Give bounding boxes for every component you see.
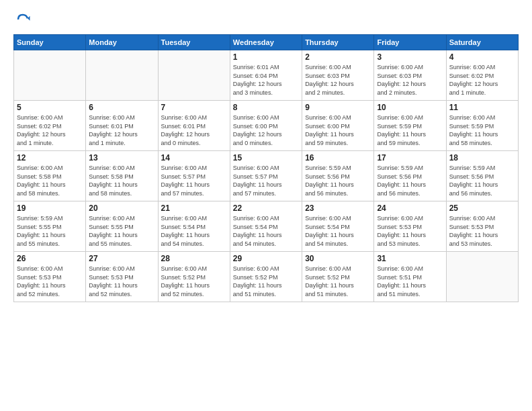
day-number: 23 bbox=[305, 203, 371, 213]
calendar-cell bbox=[86, 50, 158, 101]
calendar-cell: 15Sunrise: 6:00 AM Sunset: 5:57 PM Dayli… bbox=[230, 151, 302, 201]
day-info: Sunrise: 5:59 AM Sunset: 5:56 PM Dayligh… bbox=[449, 164, 515, 197]
day-info: Sunrise: 6:00 AM Sunset: 5:53 PM Dayligh… bbox=[17, 265, 83, 298]
calendar-cell: 7Sunrise: 6:00 AM Sunset: 6:01 PM Daylig… bbox=[158, 101, 230, 151]
day-number: 15 bbox=[233, 153, 299, 163]
calendar-cell: 1Sunrise: 6:01 AM Sunset: 6:04 PM Daylig… bbox=[230, 50, 302, 101]
calendar-cell: 3Sunrise: 6:00 AM Sunset: 6:03 PM Daylig… bbox=[374, 50, 446, 101]
day-number: 3 bbox=[377, 52, 443, 62]
day-number: 1 bbox=[233, 52, 299, 62]
calendar-cell: 21Sunrise: 6:00 AM Sunset: 5:54 PM Dayli… bbox=[158, 201, 230, 252]
day-number: 18 bbox=[449, 153, 515, 163]
day-info: Sunrise: 6:00 AM Sunset: 6:00 PM Dayligh… bbox=[305, 113, 371, 147]
calendar-week-0: 1Sunrise: 6:01 AM Sunset: 6:04 PM Daylig… bbox=[14, 50, 519, 101]
calendar-cell: 2Sunrise: 6:00 AM Sunset: 6:03 PM Daylig… bbox=[302, 50, 374, 101]
day-number: 20 bbox=[89, 203, 154, 213]
page: SundayMondayTuesdayWednesdayThursdayFrid… bbox=[0, 0, 532, 411]
day-number: 8 bbox=[233, 103, 299, 112]
calendar-week-4: 26Sunrise: 6:00 AM Sunset: 5:53 PM Dayli… bbox=[14, 252, 519, 302]
day-info: Sunrise: 6:00 AM Sunset: 6:02 PM Dayligh… bbox=[17, 113, 83, 147]
day-number: 21 bbox=[161, 203, 227, 213]
day-info: Sunrise: 6:00 AM Sunset: 6:03 PM Dayligh… bbox=[377, 63, 443, 97]
calendar-cell: 12Sunrise: 6:00 AM Sunset: 5:58 PM Dayli… bbox=[14, 151, 86, 201]
day-number: 9 bbox=[305, 103, 371, 112]
weekday-header-sunday: Sunday bbox=[14, 35, 86, 50]
calendar-cell: 31Sunrise: 6:00 AM Sunset: 5:51 PM Dayli… bbox=[374, 252, 446, 302]
logo bbox=[13, 10, 35, 29]
day-info: Sunrise: 5:59 AM Sunset: 5:56 PM Dayligh… bbox=[377, 164, 443, 197]
day-info: Sunrise: 6:00 AM Sunset: 5:52 PM Dayligh… bbox=[161, 265, 227, 298]
day-info: Sunrise: 6:00 AM Sunset: 5:53 PM Dayligh… bbox=[89, 265, 154, 298]
calendar-cell: 18Sunrise: 5:59 AM Sunset: 5:56 PM Dayli… bbox=[446, 151, 518, 201]
day-number: 28 bbox=[161, 254, 227, 263]
day-info: Sunrise: 6:00 AM Sunset: 5:59 PM Dayligh… bbox=[449, 113, 515, 147]
calendar-cell: 22Sunrise: 6:00 AM Sunset: 5:54 PM Dayli… bbox=[230, 201, 302, 252]
calendar-cell: 17Sunrise: 5:59 AM Sunset: 5:56 PM Dayli… bbox=[374, 151, 446, 201]
day-info: Sunrise: 6:00 AM Sunset: 5:59 PM Dayligh… bbox=[377, 113, 443, 147]
calendar-cell: 6Sunrise: 6:00 AM Sunset: 6:01 PM Daylig… bbox=[86, 101, 158, 151]
day-info: Sunrise: 6:00 AM Sunset: 5:51 PM Dayligh… bbox=[377, 265, 443, 298]
calendar-cell: 30Sunrise: 6:00 AM Sunset: 5:52 PM Dayli… bbox=[302, 252, 374, 302]
day-number: 11 bbox=[449, 103, 515, 112]
day-number: 25 bbox=[449, 203, 515, 213]
weekday-header-tuesday: Tuesday bbox=[158, 35, 230, 50]
day-info: Sunrise: 6:00 AM Sunset: 5:58 PM Dayligh… bbox=[89, 164, 154, 197]
day-number: 16 bbox=[305, 153, 371, 163]
day-number: 5 bbox=[17, 103, 83, 112]
weekday-header-friday: Friday bbox=[374, 35, 446, 50]
day-info: Sunrise: 5:59 AM Sunset: 5:56 PM Dayligh… bbox=[305, 164, 371, 197]
day-number: 30 bbox=[305, 254, 371, 263]
day-info: Sunrise: 6:00 AM Sunset: 5:52 PM Dayligh… bbox=[305, 265, 371, 298]
calendar-cell: 5Sunrise: 6:00 AM Sunset: 6:02 PM Daylig… bbox=[14, 101, 86, 151]
day-info: Sunrise: 6:00 AM Sunset: 6:03 PM Dayligh… bbox=[305, 63, 371, 97]
calendar-week-3: 19Sunrise: 5:59 AM Sunset: 5:55 PM Dayli… bbox=[14, 201, 519, 252]
day-info: Sunrise: 6:00 AM Sunset: 5:54 PM Dayligh… bbox=[305, 214, 371, 248]
day-info: Sunrise: 6:00 AM Sunset: 5:52 PM Dayligh… bbox=[233, 265, 299, 298]
day-number: 10 bbox=[377, 103, 443, 112]
calendar-cell: 26Sunrise: 6:00 AM Sunset: 5:53 PM Dayli… bbox=[14, 252, 86, 302]
calendar-cell bbox=[14, 50, 86, 101]
calendar-cell: 10Sunrise: 6:00 AM Sunset: 5:59 PM Dayli… bbox=[374, 101, 446, 151]
calendar-cell: 28Sunrise: 6:00 AM Sunset: 5:52 PM Dayli… bbox=[158, 252, 230, 302]
day-number: 19 bbox=[17, 203, 83, 213]
calendar-cell: 20Sunrise: 6:00 AM Sunset: 5:55 PM Dayli… bbox=[86, 201, 158, 252]
weekday-header-monday: Monday bbox=[86, 35, 158, 50]
day-info: Sunrise: 6:00 AM Sunset: 6:01 PM Dayligh… bbox=[89, 113, 154, 147]
day-number: 13 bbox=[89, 153, 154, 163]
calendar-cell: 13Sunrise: 6:00 AM Sunset: 5:58 PM Dayli… bbox=[86, 151, 158, 201]
day-info: Sunrise: 6:00 AM Sunset: 5:58 PM Dayligh… bbox=[17, 164, 83, 197]
calendar-cell: 24Sunrise: 6:00 AM Sunset: 5:53 PM Dayli… bbox=[374, 201, 446, 252]
weekday-header-thursday: Thursday bbox=[302, 35, 374, 50]
day-number: 22 bbox=[233, 203, 299, 213]
weekday-header-wednesday: Wednesday bbox=[230, 35, 302, 50]
day-info: Sunrise: 6:00 AM Sunset: 5:53 PM Dayligh… bbox=[449, 214, 515, 248]
day-number: 2 bbox=[305, 52, 371, 62]
day-info: Sunrise: 6:00 AM Sunset: 6:02 PM Dayligh… bbox=[449, 63, 515, 97]
day-info: Sunrise: 6:00 AM Sunset: 5:53 PM Dayligh… bbox=[377, 214, 443, 248]
day-number: 6 bbox=[89, 103, 154, 112]
logo-icon bbox=[13, 10, 32, 29]
day-number: 4 bbox=[449, 52, 515, 62]
calendar-week-1: 5Sunrise: 6:00 AM Sunset: 6:02 PM Daylig… bbox=[14, 101, 519, 151]
day-number: 12 bbox=[17, 153, 83, 163]
day-number: 31 bbox=[377, 254, 443, 263]
calendar-header-row: SundayMondayTuesdayWednesdayThursdayFrid… bbox=[14, 35, 519, 50]
calendar-week-2: 12Sunrise: 6:00 AM Sunset: 5:58 PM Dayli… bbox=[14, 151, 519, 201]
calendar-table: SundayMondayTuesdayWednesdayThursdayFrid… bbox=[13, 34, 519, 302]
calendar-cell: 23Sunrise: 6:00 AM Sunset: 5:54 PM Dayli… bbox=[302, 201, 374, 252]
day-info: Sunrise: 6:00 AM Sunset: 5:54 PM Dayligh… bbox=[233, 214, 299, 248]
calendar-cell: 8Sunrise: 6:00 AM Sunset: 6:00 PM Daylig… bbox=[230, 101, 302, 151]
calendar-cell: 19Sunrise: 5:59 AM Sunset: 5:55 PM Dayli… bbox=[14, 201, 86, 252]
day-number: 17 bbox=[377, 153, 443, 163]
calendar-cell: 29Sunrise: 6:00 AM Sunset: 5:52 PM Dayli… bbox=[230, 252, 302, 302]
calendar-cell: 4Sunrise: 6:00 AM Sunset: 6:02 PM Daylig… bbox=[446, 50, 518, 101]
weekday-header-saturday: Saturday bbox=[446, 35, 518, 50]
day-number: 29 bbox=[233, 254, 299, 263]
calendar-cell: 27Sunrise: 6:00 AM Sunset: 5:53 PM Dayli… bbox=[86, 252, 158, 302]
day-number: 24 bbox=[377, 203, 443, 213]
day-info: Sunrise: 6:00 AM Sunset: 5:57 PM Dayligh… bbox=[161, 164, 227, 197]
calendar-cell: 16Sunrise: 5:59 AM Sunset: 5:56 PM Dayli… bbox=[302, 151, 374, 201]
calendar-cell: 11Sunrise: 6:00 AM Sunset: 5:59 PM Dayli… bbox=[446, 101, 518, 151]
day-info: Sunrise: 6:00 AM Sunset: 5:54 PM Dayligh… bbox=[161, 214, 227, 248]
day-number: 14 bbox=[161, 153, 227, 163]
